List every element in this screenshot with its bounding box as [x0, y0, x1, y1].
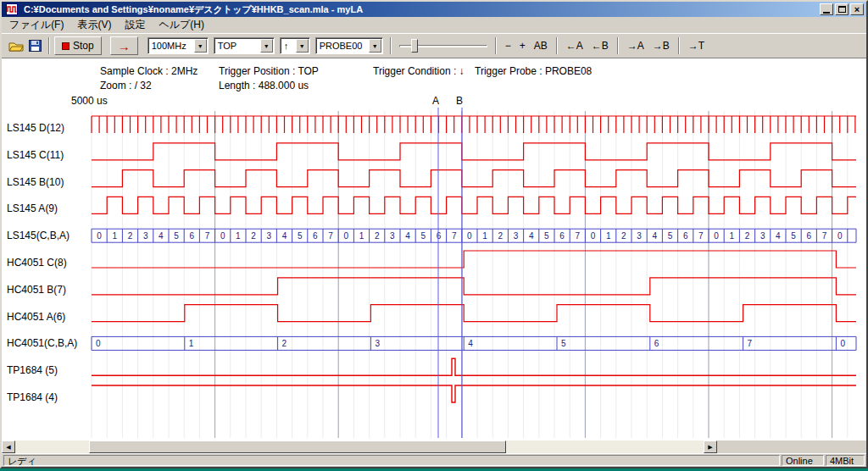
- clock-select[interactable]: 100MHz ▼: [147, 37, 209, 54]
- svg-text:4: 4: [776, 231, 781, 241]
- svg-text:2: 2: [128, 231, 133, 241]
- svg-text:2: 2: [282, 339, 287, 348]
- svg-text:5: 5: [298, 231, 303, 241]
- stop-button[interactable]: Stop: [54, 36, 102, 55]
- toolbar-separator: [390, 37, 392, 54]
- svg-text:3: 3: [514, 231, 519, 241]
- ab-button[interactable]: AB: [530, 37, 552, 54]
- svg-text:4: 4: [468, 339, 473, 348]
- scrollbar-track[interactable]: [15, 441, 704, 453]
- menu-bar: ファイル(F)表示(V)設定ヘルプ(H): [2, 17, 866, 33]
- waveform-canvas[interactable]: 0123456701234567012345670123456701234567…: [2, 58, 866, 441]
- zoom-in-button[interactable]: +: [515, 37, 530, 54]
- svg-text:0: 0: [96, 339, 101, 348]
- menu-item-view[interactable]: 表示(V): [70, 16, 118, 34]
- scroll-left-button[interactable]: ◀: [2, 441, 15, 453]
- toolbar-separator: [48, 37, 50, 54]
- svg-text:2: 2: [498, 231, 504, 241]
- scroll-right-button[interactable]: ▶: [704, 441, 717, 453]
- svg-text:6: 6: [654, 339, 659, 348]
- scrollbar-thumb[interactable]: [89, 441, 506, 453]
- menu-item-help[interactable]: ヘルプ(H): [152, 16, 211, 34]
- close-button[interactable]: ×: [850, 3, 864, 15]
- svg-text:4: 4: [159, 231, 164, 241]
- app-window: C:¥Documents and Settings¥noname¥デスクトップ¥…: [0, 0, 868, 468]
- chevron-down-icon[interactable]: ▼: [194, 39, 207, 53]
- left-to-a-button[interactable]: ←A: [562, 37, 587, 54]
- triangle-right-icon: ▶: [708, 444, 712, 451]
- svg-text:1: 1: [189, 339, 194, 348]
- to-trigger-button[interactable]: →T: [684, 37, 709, 54]
- status-memory-indicator: 4MBit: [826, 455, 865, 466]
- svg-text:2: 2: [745, 231, 750, 241]
- svg-text:4: 4: [282, 231, 287, 241]
- toolbar-separator: [617, 37, 619, 54]
- svg-text:6: 6: [437, 231, 442, 241]
- chevron-down-icon[interactable]: ▼: [260, 39, 273, 53]
- menu-item-settings[interactable]: 設定: [118, 16, 152, 34]
- trigger-position-value: TOP: [214, 41, 260, 51]
- waveform-panel: Sample Clock : 2MHz Trigger Position : T…: [2, 58, 866, 441]
- svg-text:5: 5: [174, 231, 179, 241]
- app-icon: [6, 3, 18, 15]
- svg-text:4: 4: [529, 231, 534, 241]
- left-to-b-button[interactable]: ←B: [587, 37, 613, 54]
- maximize-icon: [838, 6, 846, 13]
- save-button[interactable]: [29, 40, 42, 52]
- trigger-edge-value: ↑: [281, 41, 296, 51]
- svg-text:3: 3: [375, 339, 380, 348]
- svg-text:6: 6: [807, 231, 812, 241]
- chevron-down-icon[interactable]: ▼: [369, 39, 381, 53]
- svg-text:2: 2: [375, 231, 380, 241]
- title-bar[interactable]: C:¥Documents and Settings¥noname¥デスクトップ¥…: [2, 2, 866, 17]
- chevron-down-icon[interactable]: ▼: [296, 39, 309, 53]
- svg-text:4: 4: [653, 231, 658, 241]
- trigger-position-select[interactable]: TOP ▼: [214, 37, 275, 54]
- svg-text:0: 0: [714, 231, 719, 241]
- right-to-b-button[interactable]: →B: [648, 37, 674, 54]
- svg-text:3: 3: [637, 231, 642, 241]
- svg-text:B: B: [456, 95, 463, 107]
- svg-text:1: 1: [482, 231, 487, 241]
- svg-text:3: 3: [390, 231, 395, 241]
- maximize-button[interactable]: [835, 3, 849, 15]
- horizontal-scrollbar[interactable]: ◀ ▶: [2, 441, 866, 453]
- toolbar-separator: [556, 37, 558, 54]
- svg-text:0: 0: [840, 339, 845, 348]
- svg-text:1: 1: [606, 231, 611, 241]
- svg-text:1: 1: [359, 231, 364, 241]
- svg-text:6: 6: [683, 231, 688, 241]
- stop-label: Stop: [73, 40, 94, 52]
- open-file-button[interactable]: [8, 41, 24, 52]
- svg-text:6: 6: [313, 231, 318, 241]
- svg-text:0: 0: [837, 231, 843, 241]
- toolbar: Stop → 100MHz ▼ TOP ▼ ↑ ▼ PROBE00 ▼ −+AB…: [2, 33, 866, 58]
- minimize-button[interactable]: [820, 3, 833, 15]
- svg-text:1: 1: [236, 231, 241, 241]
- svg-text:6: 6: [559, 231, 565, 241]
- menu-item-file[interactable]: ファイル(F): [3, 16, 70, 34]
- status-message: レディ: [3, 455, 780, 466]
- svg-text:5: 5: [421, 231, 426, 241]
- probe-select[interactable]: PROBE00 ▼: [315, 37, 383, 54]
- scrollbar-filler: [717, 441, 866, 453]
- minimize-icon: [823, 12, 830, 14]
- svg-text:0: 0: [591, 231, 596, 241]
- zoom-out-button[interactable]: −: [501, 37, 515, 54]
- svg-text:5: 5: [668, 231, 673, 241]
- toolbar-separator: [495, 37, 497, 54]
- right-to-a-button[interactable]: →A: [623, 37, 648, 54]
- svg-text:4: 4: [405, 231, 410, 241]
- svg-text:5: 5: [544, 231, 549, 241]
- svg-text:A: A: [432, 95, 439, 107]
- slider-thumb[interactable]: [411, 39, 418, 53]
- svg-text:7: 7: [452, 231, 457, 241]
- trigger-edge-select[interactable]: ↑ ▼: [280, 37, 310, 54]
- probe-select-value: PROBE00: [316, 41, 369, 51]
- status-bar: レディ Online 4MBit: [2, 453, 866, 467]
- svg-text:3: 3: [760, 231, 765, 241]
- svg-text:7: 7: [748, 339, 753, 348]
- zoom-slider[interactable]: [399, 37, 487, 54]
- run-button[interactable]: →: [110, 36, 138, 55]
- svg-text:7: 7: [698, 231, 704, 241]
